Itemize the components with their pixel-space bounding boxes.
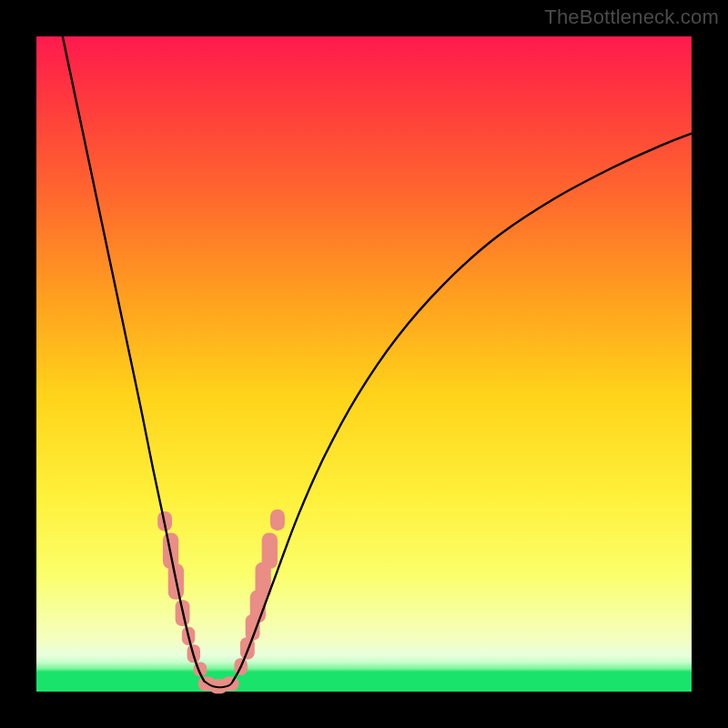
chart-frame: TheBottleneck.com xyxy=(0,0,728,728)
highlight-marker xyxy=(270,510,285,531)
curve-right-branch xyxy=(233,134,692,682)
highlight-marker xyxy=(262,532,278,569)
curve-lines xyxy=(63,36,692,687)
plot-area xyxy=(36,36,692,692)
watermark-label: TheBottleneck.com xyxy=(544,5,719,29)
curve-layer xyxy=(36,36,692,692)
